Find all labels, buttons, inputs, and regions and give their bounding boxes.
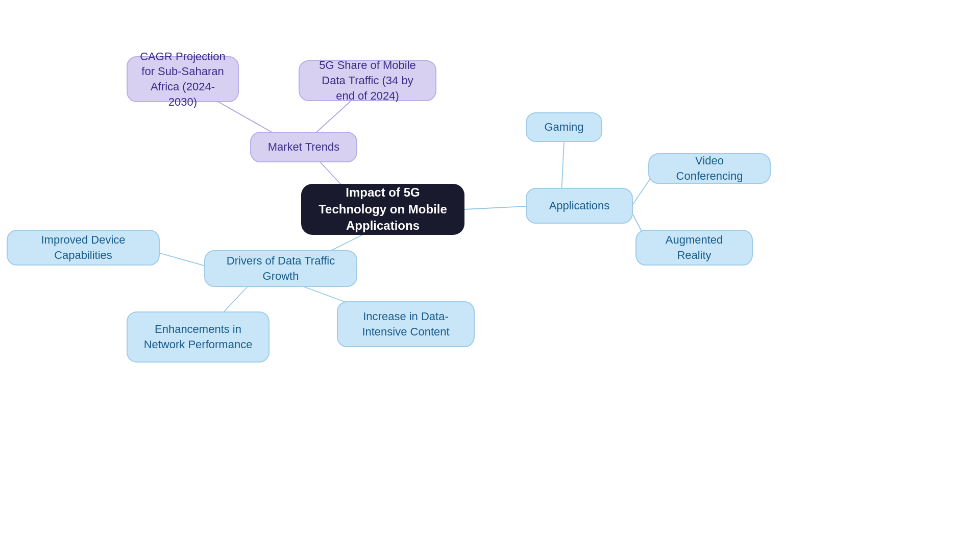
5g-share-node: 5G Share of Mobile Data Traffic (34 by e… — [299, 60, 436, 101]
center-node: Impact of 5G Technology on Mobile Applic… — [301, 184, 464, 235]
augmented-reality-node: Augmented Reality — [635, 230, 753, 266]
gaming-label: Gaming — [544, 119, 583, 135]
cagr-node: CAGR Projection for Sub-Saharan Africa (… — [127, 56, 239, 102]
data-intensive-node: Increase in Data-Intensive Content — [337, 301, 475, 347]
market-trends-label: Market Trends — [268, 139, 340, 155]
video-conferencing-node: Video Conferencing — [648, 153, 771, 184]
improved-device-node: Improved Device Capabilities — [7, 230, 160, 266]
gaming-node: Gaming — [526, 112, 602, 142]
drivers-label: Drivers of Data Traffic Growth — [217, 253, 344, 283]
improved-device-label: Improved Device Capabilities — [20, 232, 146, 262]
market-trends-node: Market Trends — [250, 132, 357, 162]
cagr-label: CAGR Projection for Sub-Saharan Africa (… — [140, 49, 226, 110]
augmented-reality-label: Augmented Reality — [649, 232, 740, 262]
center-label: Impact of 5G Technology on Mobile Applic… — [313, 184, 452, 234]
enhancements-node: Enhancements in Network Performance — [127, 311, 270, 363]
applications-node: Applications — [526, 188, 633, 224]
data-intensive-label: Increase in Data-Intensive Content — [350, 309, 461, 339]
svg-line-4 — [561, 142, 564, 193]
5g-share-label: 5G Share of Mobile Data Traffic (34 by e… — [312, 58, 423, 103]
video-conferencing-label: Video Conferencing — [662, 153, 757, 183]
applications-label: Applications — [549, 198, 610, 213]
enhancements-label: Enhancements in Network Performance — [140, 322, 256, 352]
drivers-node: Drivers of Data Traffic Growth — [204, 250, 357, 287]
svg-line-3 — [464, 206, 536, 209]
